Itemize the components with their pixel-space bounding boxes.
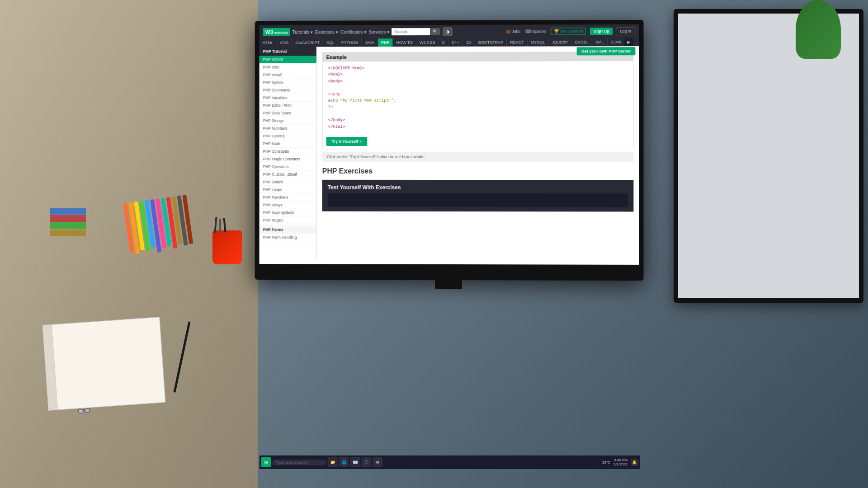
sidebar-item-php-echo[interactable]: PHP Echo / Print bbox=[259, 102, 316, 109]
taskbar-notification[interactable]: 🔔 bbox=[631, 459, 638, 466]
sidebar-item-php-datatypes[interactable]: PHP Data Types bbox=[259, 109, 316, 117]
sidebar-item-php-arrays[interactable]: PHP Arrays bbox=[259, 202, 316, 209]
glasses: 👓 bbox=[76, 403, 92, 418]
lang-tab-csharp[interactable]: C# bbox=[463, 38, 475, 47]
sidebar-item-php-switch[interactable]: PHP Switch bbox=[259, 178, 316, 186]
search-button[interactable]: 🔍 bbox=[430, 28, 440, 35]
lang-tab-react[interactable]: REACT bbox=[507, 38, 528, 47]
green-plants bbox=[796, 0, 841, 59]
monitor-screen: W3 schools Tutorials ▾ Exercises ▾ Certi… bbox=[259, 24, 639, 265]
lang-tabs-row: HTML CSS JAVASCRIPT SQL PYTHON JAVA PHP … bbox=[259, 38, 639, 47]
taskbar: ⊞ 📁 🌐 📧 🎵 ⚙ 32°C 3:40 PM 1/1/2021 🔔 bbox=[259, 455, 640, 469]
lang-tab-css[interactable]: CSS bbox=[277, 39, 292, 47]
main-body: PHP Tutorial PHP HOME PHP Intro PHP Inst… bbox=[259, 46, 639, 259]
php-server-banner[interactable]: Get your own PHP Server bbox=[577, 47, 636, 55]
lang-tab-php[interactable]: PHP bbox=[378, 38, 393, 47]
exercises-menu[interactable]: Exercises ▾ bbox=[315, 29, 338, 34]
example-note: Click on the "Try it Yourself" button to… bbox=[322, 152, 634, 162]
theme-toggle[interactable]: ◑ bbox=[443, 27, 453, 36]
sidebar-section-forms: PHP Forms bbox=[259, 225, 316, 234]
lang-tab-sql[interactable]: SQL bbox=[323, 39, 338, 47]
start-button[interactable]: ⊞ bbox=[261, 457, 271, 467]
markers-group bbox=[123, 195, 193, 256]
taskbar-temp: 32°C bbox=[602, 460, 610, 464]
sidebar-item-php-casting[interactable]: PHP Casting bbox=[259, 132, 316, 140]
taskbar-search[interactable] bbox=[272, 460, 326, 465]
code-area: <!DOCTYPE html> <html> <body> <?php echo… bbox=[323, 61, 633, 134]
book-stack bbox=[50, 208, 86, 236]
sidebar-item-php-math[interactable]: PHP Math bbox=[259, 140, 316, 148]
lang-tab-excel[interactable]: EXCEL bbox=[572, 38, 592, 46]
sidebar-item-php-numbers[interactable]: PHP Numbers bbox=[259, 125, 316, 132]
taskbar-icon-2[interactable]: 🌐 bbox=[339, 457, 349, 467]
search-input[interactable] bbox=[392, 28, 430, 35]
sidebar-item-php-ifelse[interactable]: PHP If...Else...Elseif bbox=[259, 171, 316, 178]
sidebar-item-php-superglobals[interactable]: PHP Superglobals bbox=[259, 209, 316, 217]
example-box: Example <!DOCTYPE html> <html> <body> <?… bbox=[322, 52, 634, 149]
sidebar-item-php-install[interactable]: PHP Install bbox=[259, 71, 316, 79]
exercises-dark-box: Test Yourself With Exercises bbox=[322, 180, 634, 212]
tutorials-menu[interactable]: Tutorials ▾ bbox=[292, 29, 313, 34]
lang-tab-jquery[interactable]: JQUERY bbox=[549, 38, 572, 46]
notebook bbox=[42, 317, 166, 411]
sidebar-item-php-formhandling[interactable]: PHP Form Handling bbox=[259, 234, 316, 241]
lang-tab-html[interactable]: HTML bbox=[259, 39, 277, 47]
lang-tab-javascript[interactable]: JAVASCRIPT bbox=[292, 39, 323, 47]
monitor-bezel: W3 schools Tutorials ▾ Exercises ▾ Certi… bbox=[255, 20, 644, 281]
sidebar-item-php-syntax[interactable]: PHP Syntax bbox=[259, 79, 316, 86]
lang-tab-java[interactable]: JAVA bbox=[362, 38, 378, 47]
sidebar: PHP Tutorial PHP HOME PHP Intro PHP Inst… bbox=[259, 47, 317, 259]
lang-tab-howto[interactable]: HOW TO bbox=[393, 38, 417, 47]
services-menu[interactable]: Services ▾ bbox=[368, 29, 389, 34]
taskbar-icon-1[interactable]: 📁 bbox=[328, 457, 338, 467]
exercises-subtitle: Test Yourself With Exercises bbox=[328, 184, 628, 191]
certificate-icon: 🏆 bbox=[554, 29, 559, 33]
taskbar-icon-3[interactable]: 📧 bbox=[350, 457, 360, 467]
jobs-link[interactable]: 💼 Jobs bbox=[506, 29, 520, 34]
lang-tab-bootstrap[interactable]: BOOTSTRAP bbox=[475, 38, 507, 47]
sidebar-item-php-regex[interactable]: PHP RegEx bbox=[259, 216, 316, 224]
lang-tab-w3css[interactable]: W3.CSS bbox=[416, 38, 439, 47]
lang-tab-c[interactable]: C bbox=[439, 38, 448, 47]
red-cup bbox=[212, 230, 242, 264]
lang-tab-python[interactable]: PYTHON bbox=[338, 38, 362, 47]
search-container: 🔍 bbox=[392, 28, 440, 35]
sidebar-item-php-constants[interactable]: PHP Constants bbox=[259, 148, 316, 155]
sidebar-item-php-magicconstants[interactable]: PHP Magic Constants bbox=[259, 155, 316, 163]
exercise-content-placeholder bbox=[328, 193, 628, 207]
login-button[interactable]: Log in bbox=[616, 27, 636, 35]
sidebar-item-php-intro[interactable]: PHP Intro bbox=[259, 63, 316, 71]
w3-topbar: W3 schools Tutorials ▾ Exercises ▾ Certi… bbox=[259, 24, 639, 39]
monitor-stand bbox=[435, 280, 462, 289]
content-area: Get your own PHP Server Example <!DOCTYP… bbox=[317, 46, 639, 259]
taskbar-clock: 3:40 PM 1/1/2021 bbox=[613, 458, 627, 466]
spaces-link[interactable]: ⌨ Spaces bbox=[525, 29, 546, 33]
certificates-menu[interactable]: Certificates ▾ bbox=[340, 29, 367, 34]
sidebar-item-php-home[interactable]: PHP HOME bbox=[259, 56, 316, 64]
sidebar-item-php-comments[interactable]: PHP Comments bbox=[259, 86, 316, 94]
get-certified-button[interactable]: 🏆 Get Certified bbox=[551, 28, 586, 35]
briefcase-icon: 💼 bbox=[506, 29, 511, 34]
lang-tab-cpp[interactable]: C++ bbox=[448, 38, 463, 47]
w3-logo[interactable]: W3 schools bbox=[263, 28, 290, 36]
lang-tabs-more[interactable]: ▶ bbox=[624, 38, 633, 46]
lang-tab-django[interactable]: DJAN bbox=[608, 38, 625, 46]
taskbar-icon-4[interactable]: 🎵 bbox=[361, 457, 371, 467]
sidebar-item-php-variables[interactable]: PHP Variables bbox=[259, 94, 316, 102]
sidebar-item-php-functions[interactable]: PHP Functions bbox=[259, 194, 316, 202]
lang-tab-xml[interactable]: XML bbox=[592, 38, 608, 46]
lang-tab-mysql[interactable]: MYSQL bbox=[528, 38, 549, 47]
sidebar-title: PHP Tutorial bbox=[259, 47, 316, 56]
exercises-title: PHP Exercises bbox=[322, 165, 634, 177]
try-it-yourself-button[interactable]: Try it Yourself » bbox=[326, 136, 367, 146]
taskbar-icon-5[interactable]: ⚙ bbox=[373, 457, 382, 467]
spaces-icon: ⌨ bbox=[525, 29, 531, 34]
sidebar-item-php-loops[interactable]: PHP Loops bbox=[259, 186, 316, 194]
sidebar-item-php-strings[interactable]: PHP Strings bbox=[259, 117, 316, 125]
sidebar-item-php-operators[interactable]: PHP Operators bbox=[259, 163, 316, 171]
signup-button[interactable]: Sign Up bbox=[590, 28, 613, 35]
